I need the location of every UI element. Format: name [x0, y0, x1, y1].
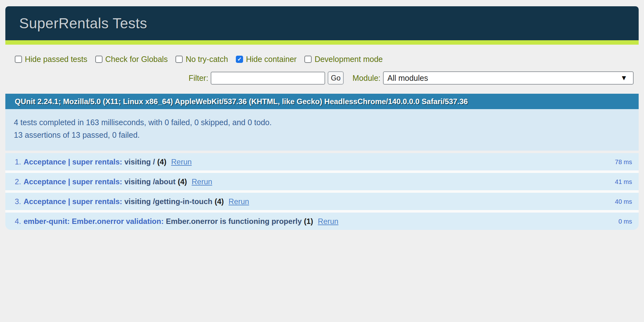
test-number: 1. — [15, 158, 21, 166]
toolbar-checkbox-row: ✓ Hide passed tests ✓ Check for Globals … — [15, 55, 634, 64]
page-title: SuperRentals Tests — [19, 15, 147, 32]
checkbox-label[interactable]: No try-catch — [186, 55, 228, 64]
checkbox-hide-passed-tests[interactable]: ✓ Hide passed tests — [15, 55, 87, 64]
page-header: SuperRentals Tests — [5, 6, 639, 40]
test-name[interactable]: Ember.onerror is functioning properly — [166, 217, 302, 225]
test-name[interactable]: visiting / — [125, 158, 155, 166]
test-name[interactable]: visiting /getting-in-touch — [125, 197, 213, 206]
test-number: 3. — [15, 197, 21, 206]
checkbox-unchecked-icon[interactable]: ✓ — [175, 56, 183, 63]
test-result-summary: 4 tests completed in 163 milliseconds, w… — [5, 109, 639, 151]
checkbox-check-for-globals[interactable]: ✓ Check for Globals — [95, 55, 168, 64]
filter-input[interactable] — [211, 72, 325, 85]
summary-line-completed: 4 tests completed in 163 milliseconds, w… — [14, 116, 629, 129]
rerun-link[interactable]: Rerun — [192, 177, 212, 186]
testrunner-toolbar: ✓ Hide passed tests ✓ Check for Globals … — [5, 45, 639, 94]
filter-label: Filter: — [189, 74, 208, 83]
checkbox-unchecked-icon[interactable]: ✓ — [15, 56, 22, 63]
module-select[interactable]: All modules ▼ — [383, 71, 634, 85]
test-runtime: 78 ms — [615, 158, 632, 166]
checkbox-unchecked-icon[interactable]: ✓ — [304, 56, 312, 63]
checkbox-hide-container[interactable]: ✓ Hide container — [236, 55, 297, 64]
user-agent-text: QUnit 2.24.1; Mozilla/5.0 (X11; Linux x8… — [15, 97, 468, 106]
user-agent-banner: QUnit 2.24.1; Mozilla/5.0 (X11; Linux x8… — [5, 94, 639, 109]
test-row[interactable]: 40 ms 3.Acceptance | super rentals:visit… — [5, 193, 639, 213]
checkbox-label[interactable]: Hide passed tests — [25, 55, 87, 64]
summary-line-assertions: 13 assertions of 13 passed, 0 failed. — [14, 129, 629, 141]
module-select-value: All modules — [387, 74, 428, 83]
rerun-link[interactable]: Rerun — [171, 158, 192, 166]
dropdown-arrow-icon: ▼ — [620, 74, 627, 82]
test-module-name[interactable]: ember-qunit: Ember.onerror validation: — [24, 217, 164, 225]
test-list: 78 ms 1.Acceptance | super rentals:visit… — [5, 153, 639, 230]
test-runtime: 41 ms — [615, 178, 632, 186]
assertion-counts: (4) — [157, 158, 166, 166]
go-button[interactable]: Go — [328, 71, 344, 85]
test-module-name[interactable]: Acceptance | super rentals: — [24, 177, 122, 186]
test-number: 4. — [15, 217, 21, 225]
test-row[interactable]: 78 ms 1.Acceptance | super rentals:visit… — [5, 153, 639, 173]
checkbox-label[interactable]: Check for Globals — [105, 55, 168, 64]
test-runtime: 0 ms — [619, 218, 632, 225]
test-row[interactable]: 0 ms 4.ember-qunit: Ember.onerror valida… — [5, 213, 639, 230]
assertion-counts: (4) — [214, 197, 224, 206]
checkbox-checked-icon[interactable]: ✓ — [236, 56, 243, 63]
checkbox-unchecked-icon[interactable]: ✓ — [95, 56, 103, 63]
checkbox-label[interactable]: Hide container — [246, 55, 297, 64]
checkbox-label[interactable]: Development mode — [314, 55, 383, 64]
rerun-link[interactable]: Rerun — [318, 217, 338, 225]
assertion-counts: (4) — [178, 177, 187, 186]
module-label: Module: — [353, 74, 380, 83]
checkbox-development-mode[interactable]: ✓ Development mode — [304, 55, 383, 64]
checkmark-icon: ✓ — [237, 56, 242, 63]
test-name[interactable]: visiting /about — [125, 177, 176, 186]
test-module-name[interactable]: Acceptance | super rentals: — [24, 197, 122, 206]
test-number: 2. — [15, 177, 21, 186]
test-row[interactable]: 41 ms 2.Acceptance | super rentals:visit… — [5, 173, 639, 193]
rerun-link[interactable]: Rerun — [229, 197, 249, 206]
test-module-name[interactable]: Acceptance | super rentals: — [24, 158, 122, 166]
toolbar-filter-row: Filter: Go Module: All modules ▼ — [15, 71, 634, 85]
checkbox-no-try-catch[interactable]: ✓ No try-catch — [175, 55, 228, 64]
qunit-page: SuperRentals Tests ✓ Hide passed tests ✓… — [5, 6, 639, 230]
assertion-counts: (1) — [304, 217, 313, 225]
test-runtime: 40 ms — [615, 198, 632, 205]
pass-status-bar — [5, 40, 639, 45]
